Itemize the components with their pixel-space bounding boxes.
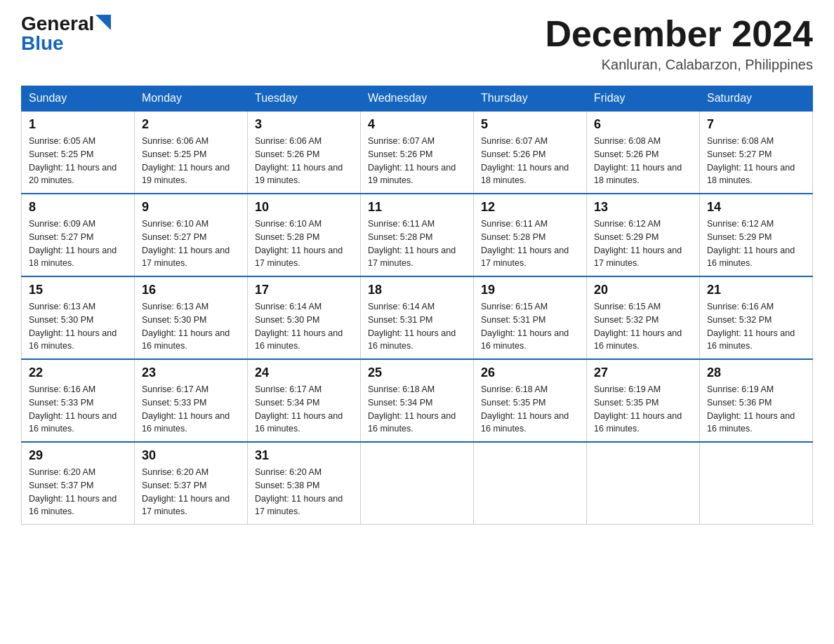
calendar-cell: [361, 442, 474, 525]
calendar-week-row: 15 Sunrise: 6:13 AMSunset: 5:30 PMDaylig…: [22, 276, 813, 359]
day-number: 24: [255, 365, 353, 380]
day-info: Sunrise: 6:11 AMSunset: 5:28 PMDaylight:…: [481, 217, 579, 270]
day-info: Sunrise: 6:05 AMSunset: 5:25 PMDaylight:…: [29, 135, 127, 187]
day-number: 25: [368, 365, 466, 380]
calendar-header-row: SundayMondayTuesdayWednesdayThursdayFrid…: [22, 86, 813, 112]
day-number: 12: [481, 200, 579, 215]
calendar-cell: 11 Sunrise: 6:11 AMSunset: 5:28 PMDaylig…: [361, 194, 474, 276]
day-number: 29: [29, 448, 127, 463]
day-number: 23: [142, 365, 240, 380]
calendar-cell: 23 Sunrise: 6:17 AMSunset: 5:33 PMDaylig…: [135, 359, 248, 442]
day-number: 21: [707, 283, 805, 297]
column-header-friday: Friday: [587, 86, 700, 112]
day-number: 18: [368, 283, 466, 297]
day-number: 7: [707, 117, 805, 132]
calendar-cell: 27 Sunrise: 6:19 AMSunset: 5:35 PMDaylig…: [587, 359, 700, 442]
calendar-cell: 20 Sunrise: 6:15 AMSunset: 5:32 PMDaylig…: [587, 276, 700, 359]
calendar-cell: 19 Sunrise: 6:15 AMSunset: 5:31 PMDaylig…: [474, 276, 587, 359]
day-number: 27: [594, 365, 692, 380]
day-number: 9: [142, 200, 240, 215]
column-header-wednesday: Wednesday: [361, 86, 474, 112]
calendar-cell: 30 Sunrise: 6:20 AMSunset: 5:37 PMDaylig…: [135, 442, 248, 525]
day-info: Sunrise: 6:17 AMSunset: 5:33 PMDaylight:…: [142, 383, 240, 436]
location-text: Kanluran, Calabarzon, Philippines: [545, 57, 813, 73]
calendar-cell: 10 Sunrise: 6:10 AMSunset: 5:28 PMDaylig…: [248, 194, 361, 276]
svg-marker-0: [95, 15, 111, 30]
day-number: 19: [481, 283, 579, 297]
day-info: Sunrise: 6:07 AMSunset: 5:26 PMDaylight:…: [481, 135, 579, 187]
calendar-table: SundayMondayTuesdayWednesdayThursdayFrid…: [21, 86, 813, 525]
calendar-cell: 2 Sunrise: 6:06 AMSunset: 5:25 PMDayligh…: [135, 111, 248, 194]
page-header: General Blue December 2024 Kanluran, Cal…: [21, 14, 813, 73]
calendar-cell: 7 Sunrise: 6:08 AMSunset: 5:27 PMDayligh…: [700, 111, 813, 194]
day-info: Sunrise: 6:15 AMSunset: 5:32 PMDaylight:…: [594, 300, 692, 353]
day-info: Sunrise: 6:12 AMSunset: 5:29 PMDaylight:…: [707, 217, 805, 270]
calendar-cell: 24 Sunrise: 6:17 AMSunset: 5:34 PMDaylig…: [248, 359, 361, 442]
day-info: Sunrise: 6:18 AMSunset: 5:34 PMDaylight:…: [368, 383, 466, 436]
day-number: 14: [707, 200, 805, 215]
calendar-cell: 31 Sunrise: 6:20 AMSunset: 5:38 PMDaylig…: [248, 442, 361, 525]
day-info: Sunrise: 6:15 AMSunset: 5:31 PMDaylight:…: [481, 300, 579, 353]
day-info: Sunrise: 6:12 AMSunset: 5:29 PMDaylight:…: [594, 217, 692, 270]
logo-arrow-icon: [95, 15, 111, 30]
calendar-cell: 12 Sunrise: 6:11 AMSunset: 5:28 PMDaylig…: [474, 194, 587, 276]
day-number: 22: [29, 365, 127, 380]
calendar-cell: 14 Sunrise: 6:12 AMSunset: 5:29 PMDaylig…: [700, 194, 813, 276]
calendar-week-row: 29 Sunrise: 6:20 AMSunset: 5:37 PMDaylig…: [22, 442, 813, 525]
day-number: 4: [368, 117, 466, 132]
day-info: Sunrise: 6:16 AMSunset: 5:33 PMDaylight:…: [29, 383, 127, 436]
day-info: Sunrise: 6:17 AMSunset: 5:34 PMDaylight:…: [255, 383, 353, 436]
day-number: 8: [29, 200, 127, 215]
calendar-week-row: 8 Sunrise: 6:09 AMSunset: 5:27 PMDayligh…: [22, 194, 813, 276]
calendar-cell: 16 Sunrise: 6:13 AMSunset: 5:30 PMDaylig…: [135, 276, 248, 359]
month-title: December 2024: [545, 14, 813, 54]
calendar-cell: 17 Sunrise: 6:14 AMSunset: 5:30 PMDaylig…: [248, 276, 361, 359]
day-number: 20: [594, 283, 692, 297]
calendar-week-row: 22 Sunrise: 6:16 AMSunset: 5:33 PMDaylig…: [22, 359, 813, 442]
day-number: 31: [255, 448, 353, 463]
calendar-week-row: 1 Sunrise: 6:05 AMSunset: 5:25 PMDayligh…: [22, 111, 813, 194]
day-number: 28: [707, 365, 805, 380]
calendar-cell: 26 Sunrise: 6:18 AMSunset: 5:35 PMDaylig…: [474, 359, 587, 442]
calendar-cell: 8 Sunrise: 6:09 AMSunset: 5:27 PMDayligh…: [22, 194, 135, 276]
day-number: 2: [142, 117, 240, 132]
column-header-saturday: Saturday: [700, 86, 813, 112]
day-info: Sunrise: 6:10 AMSunset: 5:28 PMDaylight:…: [255, 217, 353, 270]
calendar-cell: [587, 442, 700, 525]
day-number: 5: [481, 117, 579, 132]
day-number: 10: [255, 200, 353, 215]
day-info: Sunrise: 6:20 AMSunset: 5:38 PMDaylight:…: [255, 466, 353, 518]
day-info: Sunrise: 6:11 AMSunset: 5:28 PMDaylight:…: [368, 217, 466, 270]
day-info: Sunrise: 6:07 AMSunset: 5:26 PMDaylight:…: [368, 135, 466, 187]
day-number: 15: [29, 283, 127, 297]
calendar-cell: 13 Sunrise: 6:12 AMSunset: 5:29 PMDaylig…: [587, 194, 700, 276]
calendar-cell: 21 Sunrise: 6:16 AMSunset: 5:32 PMDaylig…: [700, 276, 813, 359]
day-info: Sunrise: 6:06 AMSunset: 5:26 PMDaylight:…: [255, 135, 353, 187]
logo-general-text: General: [21, 14, 94, 34]
day-number: 6: [594, 117, 692, 132]
day-info: Sunrise: 6:16 AMSunset: 5:32 PMDaylight:…: [707, 300, 805, 353]
calendar-cell: [474, 442, 587, 525]
column-header-tuesday: Tuesday: [248, 86, 361, 112]
day-number: 11: [368, 200, 466, 215]
title-section: December 2024 Kanluran, Calabarzon, Phil…: [545, 14, 813, 73]
day-info: Sunrise: 6:14 AMSunset: 5:30 PMDaylight:…: [255, 300, 353, 353]
calendar-cell: 9 Sunrise: 6:10 AMSunset: 5:27 PMDayligh…: [135, 194, 248, 276]
day-number: 13: [594, 200, 692, 215]
calendar-cell: 18 Sunrise: 6:14 AMSunset: 5:31 PMDaylig…: [361, 276, 474, 359]
day-info: Sunrise: 6:20 AMSunset: 5:37 PMDaylight:…: [142, 466, 240, 518]
day-info: Sunrise: 6:18 AMSunset: 5:35 PMDaylight:…: [481, 383, 579, 436]
calendar-cell: 28 Sunrise: 6:19 AMSunset: 5:36 PMDaylig…: [700, 359, 813, 442]
day-number: 16: [142, 283, 240, 297]
calendar-cell: 4 Sunrise: 6:07 AMSunset: 5:26 PMDayligh…: [361, 111, 474, 194]
calendar-cell: 15 Sunrise: 6:13 AMSunset: 5:30 PMDaylig…: [22, 276, 135, 359]
calendar-cell: 29 Sunrise: 6:20 AMSunset: 5:37 PMDaylig…: [22, 442, 135, 525]
day-info: Sunrise: 6:14 AMSunset: 5:31 PMDaylight:…: [368, 300, 466, 353]
day-info: Sunrise: 6:08 AMSunset: 5:26 PMDaylight:…: [594, 135, 692, 187]
logo-blue-text: Blue: [21, 34, 64, 53]
calendar-cell: 22 Sunrise: 6:16 AMSunset: 5:33 PMDaylig…: [22, 359, 135, 442]
day-info: Sunrise: 6:13 AMSunset: 5:30 PMDaylight:…: [142, 300, 240, 353]
day-info: Sunrise: 6:10 AMSunset: 5:27 PMDaylight:…: [142, 217, 240, 270]
calendar-cell: 5 Sunrise: 6:07 AMSunset: 5:26 PMDayligh…: [474, 111, 587, 194]
calendar-cell: [700, 442, 813, 525]
